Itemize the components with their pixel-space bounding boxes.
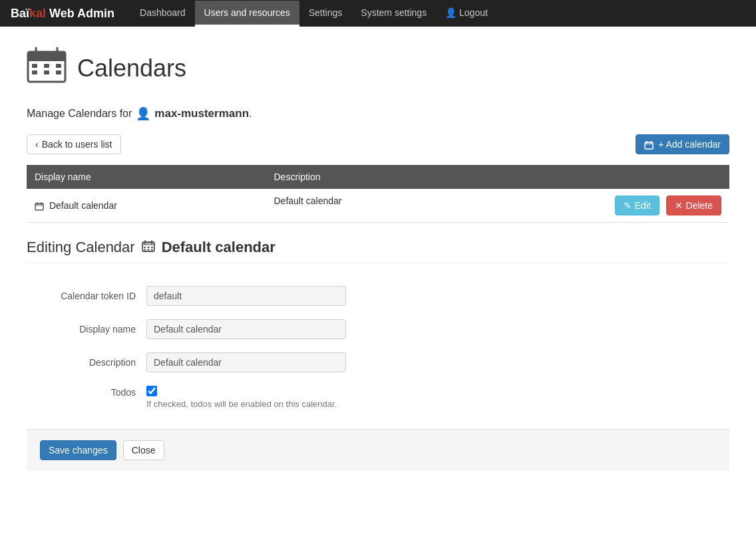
svg-rect-23 xyxy=(147,247,149,248)
field-calendar-token-id: Calendar token ID xyxy=(40,286,716,306)
svg-rect-27 xyxy=(151,249,153,251)
actions-bar: ‹ Back to users list + Add calendar xyxy=(27,134,729,154)
user-icon: 👤 xyxy=(136,106,150,121)
calendar-row-icon xyxy=(35,200,47,211)
field-todos: Todos If checked, todos will be enabled … xyxy=(40,386,716,409)
field-display-name: Display name xyxy=(40,319,716,339)
svg-rect-5 xyxy=(44,64,49,68)
todos-checkbox-content: If checked, todos will be enabled on thi… xyxy=(146,386,337,409)
form-footer: Save changes Close xyxy=(27,429,729,471)
cell-display-name: Default calendar xyxy=(27,189,266,223)
page-title: Calendars xyxy=(77,55,186,82)
table-body: Default calendar Default calendar ✎ Edit… xyxy=(27,189,729,223)
person-icon: 👤 xyxy=(445,7,457,18)
editing-prefix: Editing Calendar xyxy=(27,239,135,256)
nav-link-settings[interactable]: Settings xyxy=(299,1,352,25)
brand-logo[interactable]: Baïkal Web Admin xyxy=(11,7,114,21)
label-description: Description xyxy=(40,357,146,368)
nav-link-users[interactable]: Users and resources xyxy=(195,1,299,27)
save-changes-button[interactable]: Save changes xyxy=(40,440,116,460)
col-description: Description xyxy=(266,165,729,189)
svg-rect-9 xyxy=(56,70,61,74)
editing-section-heading: Editing Calendar Default calendar xyxy=(27,239,729,263)
add-calendar-button[interactable]: + Add calendar xyxy=(636,134,729,154)
edit-form: Calendar token ID Display name Descripti… xyxy=(27,279,729,429)
svg-rect-6 xyxy=(56,64,61,68)
edit-button[interactable]: ✎ Edit xyxy=(615,196,660,215)
svg-rect-24 xyxy=(151,247,153,248)
manage-line: Manage Calendars for 👤 max-mustermann . xyxy=(27,106,729,121)
nav-item-logout[interactable]: 👤 Logout xyxy=(436,1,497,27)
page-header: Calendars xyxy=(27,47,729,90)
svg-rect-8 xyxy=(44,70,49,74)
svg-rect-22 xyxy=(144,247,146,248)
input-display-name[interactable] xyxy=(146,319,346,339)
calendars-table: Display name Description Default calenda… xyxy=(27,165,729,223)
pencil-icon: ✎ xyxy=(624,200,632,211)
calendar-add-icon xyxy=(644,139,655,150)
times-icon: ✕ xyxy=(675,200,683,211)
calendar-section-icon xyxy=(142,239,155,256)
nav-link-dashboard[interactable]: Dashboard xyxy=(130,1,195,25)
delete-button[interactable]: ✕ Delete xyxy=(666,196,721,215)
label-todos: Todos xyxy=(40,386,146,398)
svg-rect-11 xyxy=(645,142,653,145)
checkbox-todos[interactable] xyxy=(146,386,157,396)
table-header-row: Display name Description xyxy=(27,165,729,189)
editing-title: Default calendar xyxy=(162,239,276,256)
svg-rect-7 xyxy=(32,70,37,74)
input-calendar-token-id[interactable] xyxy=(146,286,346,306)
chevron-left-icon: ‹ xyxy=(35,139,39,150)
nav-item-settings[interactable]: Settings xyxy=(299,1,352,27)
brand-kal: kal xyxy=(29,7,46,20)
nav-item-system-settings[interactable]: System settings xyxy=(351,1,436,27)
svg-rect-15 xyxy=(35,203,43,206)
brand-rest: Web Admin xyxy=(46,7,114,20)
label-display-name: Display name xyxy=(40,324,146,335)
table-row: Default calendar Default calendar ✎ Edit… xyxy=(27,189,729,223)
nav-item-dashboard[interactable]: Dashboard xyxy=(130,1,195,27)
svg-rect-4 xyxy=(32,64,37,68)
manage-prefix: Manage Calendars for xyxy=(27,108,132,120)
close-button[interactable]: Close xyxy=(123,440,164,460)
nav-menu: Dashboard Users and resources Settings S… xyxy=(130,1,497,27)
navbar: Baïkal Web Admin Dashboard Users and res… xyxy=(0,0,756,27)
manage-suffix: . xyxy=(249,108,252,120)
cell-description: Default calendar ✎ Edit ✕ Delete xyxy=(266,189,729,223)
svg-rect-19 xyxy=(142,242,154,245)
username: max-mustermann xyxy=(154,107,249,120)
svg-rect-26 xyxy=(147,249,149,251)
todos-help-text: If checked, todos will be enabled on thi… xyxy=(146,399,337,409)
back-to-users-button[interactable]: ‹ Back to users list xyxy=(27,134,121,154)
label-calendar-token-id: Calendar token ID xyxy=(40,291,146,301)
col-display-name: Display name xyxy=(27,165,266,189)
input-description[interactable] xyxy=(146,352,346,372)
nav-link-system-settings[interactable]: System settings xyxy=(351,1,436,25)
svg-rect-1 xyxy=(28,52,65,61)
main-content: Calendars Manage Calendars for 👤 max-mus… xyxy=(0,27,756,491)
brand-bai: Baï xyxy=(11,7,29,20)
table-head: Display name Description xyxy=(27,165,729,189)
svg-rect-25 xyxy=(144,249,146,251)
nav-link-logout[interactable]: 👤 Logout xyxy=(436,1,497,25)
calendar-header-icon xyxy=(27,47,67,90)
field-description: Description xyxy=(40,352,716,372)
nav-item-users[interactable]: Users and resources xyxy=(195,1,299,27)
